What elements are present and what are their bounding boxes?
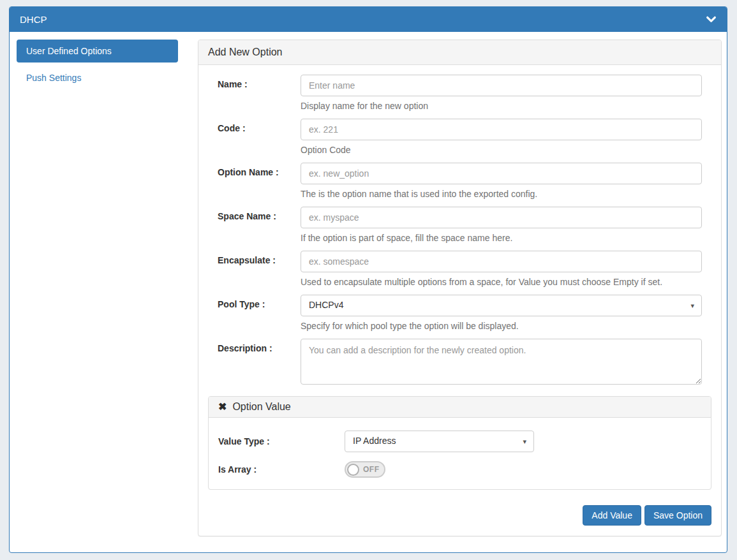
space-name-help-text: If the option is part of space, fill the… xyxy=(301,232,702,244)
form-group-space-name: Space Name : If the option is part of sp… xyxy=(218,207,702,244)
add-new-option-form: Name : Display name for the new option C… xyxy=(208,75,711,387)
form-group-option-name: Option Name : The is the option name tha… xyxy=(218,163,702,200)
encapsulate-help-text: Used to encapsulate multiple options fro… xyxy=(301,276,702,288)
pool-type-select[interactable]: DHCPv4 xyxy=(301,295,702,316)
option-name-label: Option Name : xyxy=(218,163,301,200)
value-type-select[interactable]: IP Address xyxy=(345,431,534,452)
sidebar-item-user-defined-options[interactable]: User Defined Options xyxy=(17,40,178,63)
toggle-state-label: OFF xyxy=(363,465,380,474)
dhcp-panel-header[interactable]: DHCP xyxy=(10,7,727,32)
encapsulate-label: Encapsulate : xyxy=(218,251,301,288)
dhcp-panel-body: User Defined Options Push Settings Add N… xyxy=(10,32,727,544)
description-textarea[interactable] xyxy=(301,339,702,385)
space-name-label: Space Name : xyxy=(218,207,301,244)
option-value-panel-header: ✖ Option Value xyxy=(209,397,711,418)
save-option-button[interactable]: Save Option xyxy=(644,505,711,526)
form-group-name: Name : Display name for the new option xyxy=(218,75,702,112)
pool-type-help-text: Specify for which pool type the option w… xyxy=(301,320,702,332)
page-title: DHCP xyxy=(20,14,47,25)
form-group-description: Description : xyxy=(218,339,702,387)
option-value-panel: ✖ Option Value Value Type : IP Address xyxy=(208,396,711,490)
is-array-label: Is Array : xyxy=(218,464,345,475)
form-group-pool-type: Pool Type : DHCPv4 ▾ Specify for which p… xyxy=(218,295,702,332)
add-value-button[interactable]: Add Value xyxy=(583,505,641,526)
add-new-option-panel-title: Add New Option xyxy=(198,40,721,65)
sidebar-item-label: User Defined Options xyxy=(26,46,112,56)
form-actions: Add Value Save Option xyxy=(208,505,711,526)
toggle-knob xyxy=(347,464,359,476)
option-value-panel-body: Value Type : IP Address ▾ Is Array : xyxy=(209,418,711,489)
value-type-label: Value Type : xyxy=(218,436,345,446)
option-value-panel-title: Option Value xyxy=(232,401,290,413)
dhcp-panel: DHCP User Defined Options Push Settings … xyxy=(9,6,727,553)
add-new-option-panel-body: Name : Display name for the new option C… xyxy=(198,65,721,536)
add-new-option-panel: Add New Option Name : Display name for t… xyxy=(198,40,722,536)
sidebar-item-label: Push Settings xyxy=(26,73,81,83)
form-group-encapsulate: Encapsulate : Used to encapsulate multip… xyxy=(218,251,702,288)
chevron-down-icon[interactable] xyxy=(706,14,717,25)
option-name-input[interactable] xyxy=(301,163,702,184)
pool-type-label: Pool Type : xyxy=(218,295,301,332)
form-group-is-array: Is Array : OFF xyxy=(218,461,701,478)
close-icon[interactable]: ✖ xyxy=(218,402,227,412)
form-group-value-type: Value Type : IP Address ▾ xyxy=(218,431,701,452)
name-help-text: Display name for the new option xyxy=(301,99,702,112)
name-label: Name : xyxy=(218,75,301,112)
code-help-text: Option Code xyxy=(301,144,702,156)
form-group-code: Code : Option Code xyxy=(218,119,702,156)
sidebar-item-push-settings[interactable]: Push Settings xyxy=(17,66,178,89)
space-name-input[interactable] xyxy=(301,207,702,228)
main-content: Add New Option Name : Display name for t… xyxy=(198,40,722,536)
is-array-toggle[interactable]: OFF xyxy=(345,461,385,478)
code-label: Code : xyxy=(218,119,301,156)
code-input[interactable] xyxy=(301,119,702,140)
encapsulate-input[interactable] xyxy=(301,251,702,272)
sidebar: User Defined Options Push Settings xyxy=(17,40,178,536)
description-label: Description : xyxy=(218,339,301,387)
option-name-help-text: The is the option name that is used into… xyxy=(301,188,702,200)
name-input[interactable] xyxy=(301,75,702,96)
